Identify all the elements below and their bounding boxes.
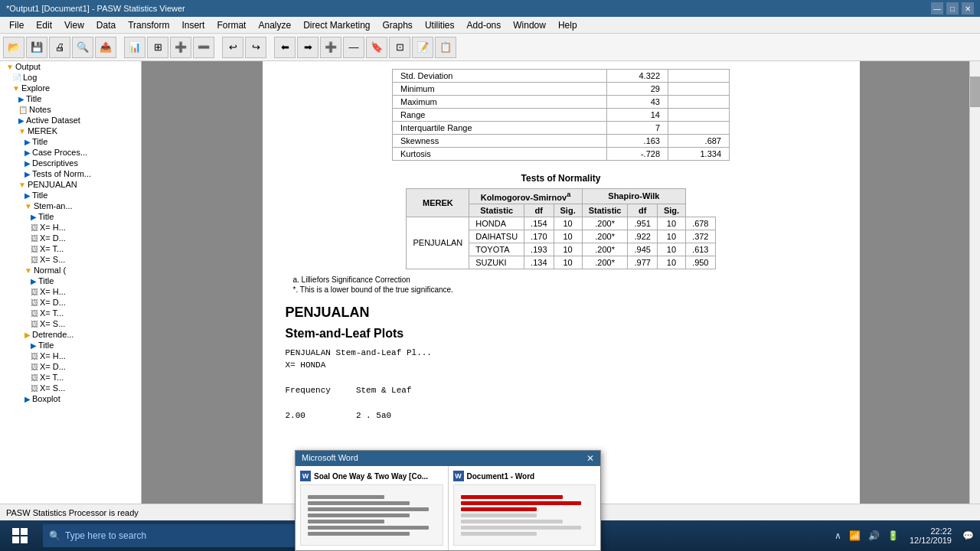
plus-button[interactable]: ➕ [170, 37, 191, 58]
menu-addons[interactable]: Add-ons [461, 18, 508, 32]
sidebar-item-active-dataset[interactable]: ▶ Active Dataset [0, 115, 141, 126]
redo-button[interactable]: ↪ [245, 37, 266, 58]
export-button[interactable]: 📤 [95, 37, 116, 58]
popup-close-button[interactable]: ✕ [586, 453, 594, 464]
menu-data[interactable]: Data [90, 18, 122, 32]
minus-button[interactable]: ➖ [193, 37, 214, 58]
undo-button[interactable]: ↩ [222, 37, 243, 58]
img-icon: 🖼 [31, 223, 38, 232]
sidebar-item-merek[interactable]: ▼ MEREK [0, 126, 141, 136]
sidebar-item-penjualan[interactable]: ▼ PENJUALAN [0, 179, 141, 190]
menu-insert[interactable]: Insert [175, 18, 211, 32]
sidebar-item-label: X= H... [40, 351, 66, 360]
menu-direct-marketing[interactable]: Direct Marketing [297, 18, 376, 32]
close-button[interactable]: ✕ [962, 2, 974, 15]
add-nav-button[interactable]: ➕ [320, 37, 341, 58]
open-button[interactable]: 📂 [3, 37, 24, 58]
sidebar-item-xs3[interactable]: 🖼 X= S... [0, 383, 141, 393]
minimize-button[interactable]: — [931, 2, 943, 15]
sidebar-item-log[interactable]: 📄 Log [0, 72, 141, 83]
go-back-button[interactable]: ➡ [297, 37, 318, 58]
sidebar-item-case-process[interactable]: ▶ Case Proces... [0, 147, 141, 158]
sidebar-item-xh3[interactable]: 🖼 X= H... [0, 350, 141, 361]
script-button[interactable]: 📝 [412, 37, 433, 58]
sidebar-item-stem[interactable]: ▼ Stem-an... [0, 201, 141, 211]
sidebar-item-normal-title[interactable]: ▶ Title [0, 276, 141, 286]
menu-view[interactable]: View [58, 18, 90, 32]
logo-sq [12, 536, 19, 543]
sidebar-item-detrended[interactable]: ▶ Detrende... [0, 329, 141, 340]
sidebar-item-xt1[interactable]: 🖼 X= T... [0, 243, 141, 254]
maximize-button[interactable]: □ [946, 2, 959, 15]
sidebar-item-title2[interactable]: ▶ Title [0, 136, 141, 147]
stat-value2 [668, 83, 730, 96]
sidebar-item-xs2[interactable]: 🖼 X= S... [0, 318, 141, 329]
sidebar-item-detrend-title[interactable]: ▶ Title [0, 340, 141, 350]
notification-icon[interactable]: 💬 [959, 527, 977, 544]
sidebar-item-xt2[interactable]: 🖼 X= T... [0, 308, 141, 318]
menu-graphs[interactable]: Graphs [377, 18, 419, 32]
start-button[interactable] [0, 520, 40, 551]
stat-label: Std. Deviation [393, 70, 607, 83]
stat-value: .163 [607, 135, 668, 148]
sidebar-item-xd3[interactable]: 🖼 X= D... [0, 361, 141, 372]
sidebar-item-title1[interactable]: ▶ Title [0, 93, 141, 104]
sidebar-item-descriptives[interactable]: ▶ Descriptives [0, 158, 141, 168]
search-input[interactable] [65, 530, 289, 541]
popup-app-doc1[interactable]: W Document1 - Word [449, 466, 601, 550]
sidebar-item-xs1[interactable]: 🖼 X= S... [0, 254, 141, 265]
sidebar-item-notes[interactable]: 📋 Notes [0, 104, 141, 115]
chart-button[interactable]: 📊 [124, 37, 145, 58]
sidebar-item-title3[interactable]: ▶ Title [0, 190, 141, 201]
menu-help[interactable]: Help [552, 18, 583, 32]
table-button[interactable]: ⊞ [147, 37, 168, 58]
network-icon[interactable]: 📶 [846, 527, 864, 544]
menu-transform[interactable]: Transform [122, 18, 175, 32]
battery-icon[interactable]: 🔋 [884, 527, 902, 544]
menu-window[interactable]: Window [507, 18, 552, 32]
export2-button[interactable]: 📋 [435, 37, 456, 58]
statistic-header: Statistic [469, 204, 524, 217]
folder-icon: ▼ [24, 202, 32, 210]
sw-header: Shapiro-Wilk [582, 189, 685, 204]
sidebar-item-xd2[interactable]: 🖼 X= D... [0, 297, 141, 308]
scroll-thumb[interactable] [970, 77, 980, 107]
bookmark-button[interactable]: 🔖 [366, 37, 387, 58]
go-forward-button[interactable]: ⬅ [274, 37, 296, 58]
stat-value2 [668, 109, 730, 122]
popup-app-soal[interactable]: W Soal One Way & Two Way [Co... [296, 466, 449, 550]
menu-file[interactable]: File [3, 18, 30, 32]
save-button[interactable]: 💾 [26, 37, 47, 58]
sidebar-item-label: X= D... [40, 298, 66, 307]
menu-format[interactable]: Format [211, 18, 252, 32]
page-icon: ▶ [18, 95, 24, 103]
sidebar-item-xh2[interactable]: 🖼 X= H... [0, 286, 141, 297]
sidebar-item-tests-norm[interactable]: ▶ Tests of Norm... [0, 168, 141, 179]
sidebar-item-xt3[interactable]: 🖼 X= T... [0, 372, 141, 383]
print-button[interactable]: 🖨 [49, 37, 70, 58]
sw-df: 10 [657, 230, 685, 243]
sidebar-item-xd1[interactable]: 🖼 X= D... [0, 233, 141, 243]
sidebar-item-boxplot[interactable]: ▶ Boxplot [0, 393, 141, 404]
expand-button[interactable]: ⊡ [389, 37, 410, 58]
dash-button[interactable]: — [343, 37, 364, 58]
sidebar-item-normal[interactable]: ▼ Normal ( [0, 265, 141, 276]
search-button[interactable]: 🔍 [72, 37, 93, 58]
sidebar-item-stem-title[interactable]: ▶ Title [0, 211, 141, 222]
preview-line [461, 532, 537, 536]
taskbar-search[interactable]: 🔍 [43, 524, 296, 547]
menu-utilities[interactable]: Utilities [419, 18, 461, 32]
speaker-icon[interactable]: 🔊 [865, 527, 883, 544]
img-icon: 🖼 [31, 234, 38, 243]
chevron-icon[interactable]: ∧ [831, 527, 844, 544]
clock[interactable]: 22:22 12/12/2019 [903, 527, 958, 545]
sidebar-item-output[interactable]: ▼ Output [0, 61, 141, 72]
stat-label: Minimum [393, 83, 607, 96]
titlebar-title: *Output1 [Document1] - PASW Statistics V… [6, 4, 185, 13]
sidebar-item-explore[interactable]: ▼ Explore [0, 83, 141, 93]
menu-analyze[interactable]: Analyze [252, 18, 297, 32]
stat-value: -.728 [607, 148, 668, 161]
sidebar-item-xh1[interactable]: 🖼 X= H... [0, 222, 141, 233]
scrollbar[interactable] [969, 61, 980, 533]
menu-edit[interactable]: Edit [30, 18, 58, 32]
